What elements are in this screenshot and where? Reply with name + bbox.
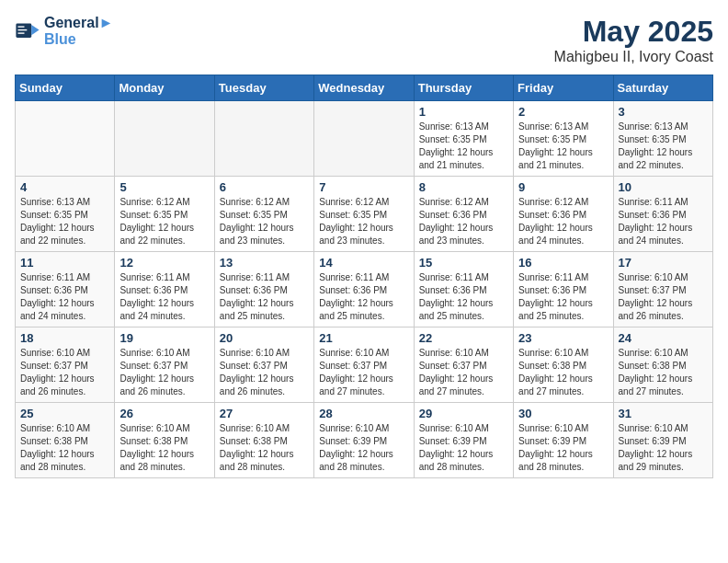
svg-rect-3 xyxy=(18,29,28,30)
day-number: 25 xyxy=(20,407,109,420)
calendar-cell: 13Sunrise: 6:11 AM Sunset: 6:36 PM Dayli… xyxy=(214,252,313,327)
calendar-cell: 17Sunrise: 6:10 AM Sunset: 6:37 PM Dayli… xyxy=(613,252,712,327)
calendar-cell: 5Sunrise: 6:12 AM Sunset: 6:35 PM Daylig… xyxy=(115,177,214,252)
calendar-table: SundayMondayTuesdayWednesdayThursdayFrid… xyxy=(15,75,713,478)
day-info: Sunrise: 6:10 AM Sunset: 6:38 PM Dayligh… xyxy=(220,422,309,474)
calendar-cell: 12Sunrise: 6:11 AM Sunset: 6:36 PM Dayli… xyxy=(115,252,214,327)
day-info: Sunrise: 6:10 AM Sunset: 6:37 PM Dayligh… xyxy=(319,347,408,398)
logo: General► Blue xyxy=(15,15,113,48)
day-info: Sunrise: 6:10 AM Sunset: 6:37 PM Dayligh… xyxy=(419,347,508,398)
day-number: 11 xyxy=(20,256,109,270)
day-info: Sunrise: 6:10 AM Sunset: 6:38 PM Dayligh… xyxy=(119,422,209,474)
day-info: Sunrise: 6:10 AM Sunset: 6:39 PM Dayligh… xyxy=(319,422,408,474)
day-info: Sunrise: 6:10 AM Sunset: 6:39 PM Dayligh… xyxy=(419,422,508,474)
day-number: 12 xyxy=(119,256,209,270)
calendar-cell: 3Sunrise: 6:13 AM Sunset: 6:35 PM Daylig… xyxy=(613,101,712,177)
calendar-cell: 20Sunrise: 6:10 AM Sunset: 6:37 PM Dayli… xyxy=(214,327,313,403)
day-number: 28 xyxy=(319,407,408,420)
calendar-cell: 16Sunrise: 6:11 AM Sunset: 6:36 PM Dayli… xyxy=(514,252,613,327)
day-info: Sunrise: 6:13 AM Sunset: 6:35 PM Dayligh… xyxy=(518,121,608,172)
logo-icon xyxy=(15,18,40,44)
day-info: Sunrise: 6:12 AM Sunset: 6:35 PM Dayligh… xyxy=(220,196,309,247)
calendar-cell xyxy=(115,101,214,177)
day-number: 22 xyxy=(419,331,508,345)
svg-rect-4 xyxy=(18,32,25,33)
calendar-cell: 2Sunrise: 6:13 AM Sunset: 6:35 PM Daylig… xyxy=(514,101,613,177)
calendar-cell: 31Sunrise: 6:10 AM Sunset: 6:39 PM Dayli… xyxy=(613,403,712,478)
day-info: Sunrise: 6:10 AM Sunset: 6:39 PM Dayligh… xyxy=(619,422,708,474)
calendar-week-row: 25Sunrise: 6:10 AM Sunset: 6:38 PM Dayli… xyxy=(16,403,713,478)
calendar-cell xyxy=(314,101,414,177)
calendar-week-row: 11Sunrise: 6:11 AM Sunset: 6:36 PM Dayli… xyxy=(16,252,713,327)
day-info: Sunrise: 6:11 AM Sunset: 6:36 PM Dayligh… xyxy=(619,196,708,247)
day-number: 14 xyxy=(319,256,408,270)
weekday-header-saturday: Saturday xyxy=(613,75,712,101)
day-number: 17 xyxy=(619,256,708,270)
month-title: May 2025 xyxy=(554,15,713,49)
day-number: 21 xyxy=(319,331,408,345)
day-info: Sunrise: 6:10 AM Sunset: 6:37 PM Dayligh… xyxy=(220,347,309,398)
calendar-cell: 14Sunrise: 6:11 AM Sunset: 6:36 PM Dayli… xyxy=(314,252,414,327)
day-info: Sunrise: 6:12 AM Sunset: 6:35 PM Dayligh… xyxy=(119,196,209,247)
day-number: 3 xyxy=(619,105,708,119)
weekday-header-thursday: Thursday xyxy=(414,75,513,101)
day-number: 13 xyxy=(220,256,309,270)
day-info: Sunrise: 6:11 AM Sunset: 6:36 PM Dayligh… xyxy=(419,271,508,323)
weekday-header-friday: Friday xyxy=(514,75,613,101)
day-info: Sunrise: 6:10 AM Sunset: 6:37 PM Dayligh… xyxy=(20,347,109,398)
calendar-cell: 30Sunrise: 6:10 AM Sunset: 6:39 PM Dayli… xyxy=(514,403,613,478)
day-number: 2 xyxy=(518,105,608,119)
calendar-cell: 25Sunrise: 6:10 AM Sunset: 6:38 PM Dayli… xyxy=(16,403,115,478)
day-number: 18 xyxy=(20,331,109,345)
page-header: General► Blue May 2025 Mahigbeu II, Ivor… xyxy=(15,15,713,65)
day-info: Sunrise: 6:12 AM Sunset: 6:35 PM Dayligh… xyxy=(319,196,408,247)
calendar-cell: 6Sunrise: 6:12 AM Sunset: 6:35 PM Daylig… xyxy=(214,177,313,252)
calendar-cell: 21Sunrise: 6:10 AM Sunset: 6:37 PM Dayli… xyxy=(314,327,414,403)
day-number: 30 xyxy=(518,407,608,420)
day-info: Sunrise: 6:10 AM Sunset: 6:37 PM Dayligh… xyxy=(619,271,708,323)
day-number: 23 xyxy=(518,331,608,345)
calendar-cell: 27Sunrise: 6:10 AM Sunset: 6:38 PM Dayli… xyxy=(214,403,313,478)
calendar-cell: 19Sunrise: 6:10 AM Sunset: 6:37 PM Dayli… xyxy=(115,327,214,403)
day-info: Sunrise: 6:11 AM Sunset: 6:36 PM Dayligh… xyxy=(119,271,209,323)
day-number: 19 xyxy=(119,331,209,345)
weekday-header-sunday: Sunday xyxy=(16,75,115,101)
day-info: Sunrise: 6:10 AM Sunset: 6:38 PM Dayligh… xyxy=(619,347,708,398)
day-number: 4 xyxy=(20,180,109,194)
day-number: 31 xyxy=(619,407,708,420)
weekday-header-wednesday: Wednesday xyxy=(314,75,414,101)
calendar-cell: 22Sunrise: 6:10 AM Sunset: 6:37 PM Dayli… xyxy=(414,327,513,403)
calendar-cell: 26Sunrise: 6:10 AM Sunset: 6:38 PM Dayli… xyxy=(115,403,214,478)
title-section: May 2025 Mahigbeu II, Ivory Coast xyxy=(554,15,713,65)
weekday-header-monday: Monday xyxy=(115,75,214,101)
calendar-cell xyxy=(16,101,115,177)
day-number: 10 xyxy=(619,180,708,194)
day-number: 6 xyxy=(220,180,309,194)
day-number: 1 xyxy=(419,105,508,119)
calendar-cell: 23Sunrise: 6:10 AM Sunset: 6:38 PM Dayli… xyxy=(514,327,613,403)
logo-text: General► Blue xyxy=(44,15,113,48)
day-number: 5 xyxy=(119,180,209,194)
calendar-cell: 18Sunrise: 6:10 AM Sunset: 6:37 PM Dayli… xyxy=(16,327,115,403)
day-info: Sunrise: 6:10 AM Sunset: 6:38 PM Dayligh… xyxy=(518,347,608,398)
svg-marker-1 xyxy=(31,25,39,35)
day-info: Sunrise: 6:11 AM Sunset: 6:36 PM Dayligh… xyxy=(518,271,608,323)
day-info: Sunrise: 6:13 AM Sunset: 6:35 PM Dayligh… xyxy=(419,121,508,172)
svg-rect-2 xyxy=(18,26,25,27)
location-title: Mahigbeu II, Ivory Coast xyxy=(554,49,713,65)
day-number: 27 xyxy=(220,407,309,420)
calendar-cell: 29Sunrise: 6:10 AM Sunset: 6:39 PM Dayli… xyxy=(414,403,513,478)
day-number: 7 xyxy=(319,180,408,194)
day-info: Sunrise: 6:11 AM Sunset: 6:36 PM Dayligh… xyxy=(220,271,309,323)
day-info: Sunrise: 6:11 AM Sunset: 6:36 PM Dayligh… xyxy=(319,271,408,323)
calendar-cell: 4Sunrise: 6:13 AM Sunset: 6:35 PM Daylig… xyxy=(16,177,115,252)
calendar-week-row: 1Sunrise: 6:13 AM Sunset: 6:35 PM Daylig… xyxy=(16,101,713,177)
day-number: 29 xyxy=(419,407,508,420)
calendar-cell: 1Sunrise: 6:13 AM Sunset: 6:35 PM Daylig… xyxy=(414,101,513,177)
day-number: 8 xyxy=(419,180,508,194)
day-number: 24 xyxy=(619,331,708,345)
day-info: Sunrise: 6:13 AM Sunset: 6:35 PM Dayligh… xyxy=(619,121,708,172)
day-number: 15 xyxy=(419,256,508,270)
calendar-week-row: 18Sunrise: 6:10 AM Sunset: 6:37 PM Dayli… xyxy=(16,327,713,403)
calendar-cell: 9Sunrise: 6:12 AM Sunset: 6:36 PM Daylig… xyxy=(514,177,613,252)
